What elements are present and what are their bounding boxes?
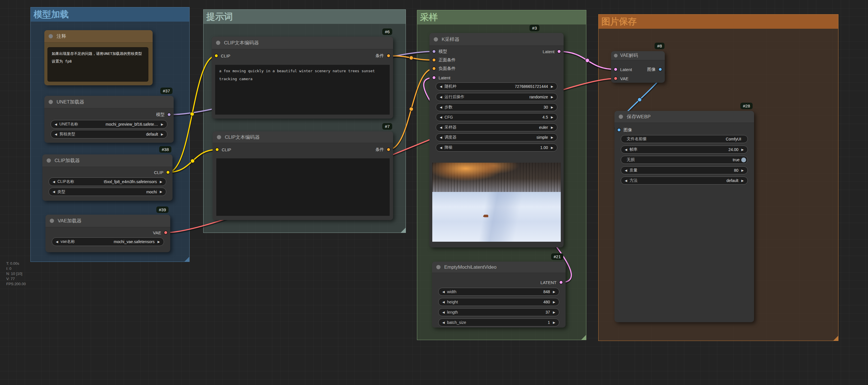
prompt-textarea[interactable] [216,158,390,216]
control-after-generate-widget[interactable]: ◀ 运行后操作 randomize ▶ [436,93,557,101]
steps-widget[interactable]: ◀ 步数 30 ▶ [436,103,557,111]
decrement-arrow-icon[interactable]: ◀ [438,106,443,109]
increment-arrow-icon[interactable]: ▶ [160,132,164,136]
lossless-toggle-icon[interactable] [741,157,746,162]
increment-arrow-icon[interactable]: ▶ [552,321,557,324]
denoise-widget[interactable]: ◀ 降噪 1.00 ▶ [436,144,557,152]
width-widget[interactable]: ◀ width 848 ▶ [438,288,559,296]
collapse-dot-icon[interactable] [49,100,53,104]
conditioning-output-port[interactable] [386,148,391,152]
decrement-arrow-icon[interactable]: ◀ [52,190,56,194]
weight-dtype-widget[interactable]: ◀ 剪枝类型 default ▶ [51,130,167,139]
model-output-port[interactable] [167,113,171,117]
collapse-dot-icon[interactable] [49,34,53,38]
clip-output-port[interactable] [166,170,170,174]
filename-prefix-widget[interactable]: 文件名前缀 ComfyUI [621,135,748,143]
increment-arrow-icon[interactable]: ▶ [156,240,161,244]
unet-name-widget[interactable]: ◀ UNET名称 mochi_preview_bf16.safete… ▶ [51,120,167,128]
decrement-arrow-icon[interactable]: ◀ [55,240,59,244]
node-ksampler[interactable]: #3 K采样器 模型 正面条件 负面条件 Latent Latent ◀ 随机种… [430,33,564,247]
model-input-port[interactable] [432,50,436,54]
collapse-dot-icon[interactable] [619,115,623,119]
increment-arrow-icon[interactable]: ▶ [160,123,164,126]
collapse-dot-icon[interactable] [46,158,51,162]
length-widget[interactable]: ◀ length 37 ▶ [438,308,559,316]
increment-arrow-icon[interactable]: ▶ [550,106,555,109]
group-image-save-header[interactable]: 图片保存 [598,14,838,29]
increment-arrow-icon[interactable]: ▶ [740,148,745,152]
clip-type-widget[interactable]: ◀ 类型 mochi ▶ [49,188,166,196]
decrement-arrow-icon[interactable]: ◀ [441,321,446,324]
height-widget[interactable]: ◀ height 480 ▶ [438,298,559,306]
vae-name-widget[interactable]: ◀ vae名称 mochi_vae.safetensors ▶ [52,237,164,246]
collapse-dot-icon[interactable] [50,219,54,223]
decrement-arrow-icon[interactable]: ◀ [624,169,628,172]
scheduler-widget[interactable]: ◀ 调度器 simple ▶ [436,134,557,141]
collapse-dot-icon[interactable] [614,54,618,57]
latent-input-port[interactable] [432,76,436,80]
negative-conditioning-input-port[interactable] [432,66,436,70]
node-empty-mochi-latent-video[interactable]: #21 EmptyMochiLatentVideo LATENT ◀ width… [432,262,566,328]
vae-input-port[interactable] [614,77,618,81]
increment-arrow-icon[interactable]: ▶ [550,95,555,99]
node-save-webp[interactable]: #28 保存WEBP 图像 文件名前缀 ComfyUI ◀ 帧率 24.00 ▶… [615,111,754,322]
positive-conditioning-input-port[interactable] [432,58,436,62]
decrement-arrow-icon[interactable]: ◀ [624,148,628,152]
collapse-dot-icon[interactable] [216,41,220,45]
collapse-dot-icon[interactable] [436,265,440,269]
decrement-arrow-icon[interactable]: ◀ [441,300,446,304]
method-widget[interactable]: ◀ 方法 default ▶ [621,177,748,184]
latent-output-port[interactable] [559,280,563,284]
conditioning-output-port[interactable] [386,54,391,58]
group-model-load-header[interactable]: 模型加载 [31,7,189,22]
prompt-textarea[interactable]: a fox moving quickly in a beautiful wint… [215,65,390,115]
decrement-arrow-icon[interactable]: ◀ [441,310,446,314]
node-clip-text-encode-negative[interactable]: #7 CLIP文本编码器 CLIP 条件 [213,131,393,220]
decrement-arrow-icon[interactable]: ◀ [52,180,56,184]
image-input-port[interactable] [617,128,621,132]
decrement-arrow-icon[interactable]: ◀ [438,126,443,129]
increment-arrow-icon[interactable]: ▶ [550,115,555,119]
increment-arrow-icon[interactable]: ▶ [159,190,163,194]
latent-input-port[interactable] [614,67,618,71]
latent-output-port[interactable] [557,50,561,54]
increment-arrow-icon[interactable]: ▶ [159,180,163,184]
decrement-arrow-icon[interactable]: ◀ [438,136,443,139]
increment-arrow-icon[interactable]: ▶ [550,126,555,129]
decrement-arrow-icon[interactable]: ◀ [441,290,446,294]
increment-arrow-icon[interactable]: ▶ [550,136,555,139]
decrement-arrow-icon[interactable]: ◀ [54,132,58,136]
node-vae-loader[interactable]: #39 VAE加载器 VAE ◀ vae名称 mochi_vae.safeten… [45,215,170,252]
collapse-dot-icon[interactable] [434,37,438,41]
node-vae-decode[interactable]: #8 VAE解码 Latent VAE 图像 [611,51,665,83]
decrement-arrow-icon[interactable]: ◀ [438,146,443,150]
node-clip-text-encode-positive[interactable]: #6 CLIP文本编码器 CLIP 条件 a fox moving quickl… [212,37,393,119]
group-sampling-header[interactable]: 采样 [417,10,586,25]
quality-widget[interactable]: ◀ 质量 80 ▶ [621,166,748,174]
decrement-arrow-icon[interactable]: ◀ [54,123,58,126]
increment-arrow-icon[interactable]: ▶ [740,169,745,172]
vae-output-port[interactable] [164,231,168,235]
decrement-arrow-icon[interactable]: ◀ [438,85,443,88]
increment-arrow-icon[interactable]: ▶ [552,310,557,314]
note-text[interactable]: 如果出现显存不足的问题，请将UNET加载器的剪枝类型设置为 fp8 [48,47,148,82]
collapse-dot-icon[interactable] [217,135,221,139]
image-output-port[interactable] [658,67,662,71]
clip-name-widget[interactable]: ◀ CLIP名称 t5xxl_fp8_e4m3fn.safetensors ▶ [49,177,166,186]
group-prompt-header[interactable]: 提示词 [204,10,406,24]
fps-widget[interactable]: ◀ 帧率 24.00 ▶ [621,146,748,153]
increment-arrow-icon[interactable]: ▶ [740,179,745,182]
lossless-widget[interactable]: 无损 true [621,156,748,164]
clip-input-port[interactable] [215,148,219,152]
batch-size-widget[interactable]: ◀ batch_size 1 ▶ [438,319,559,326]
increment-arrow-icon[interactable]: ▶ [552,290,557,294]
decrement-arrow-icon[interactable]: ◀ [438,95,443,99]
decrement-arrow-icon[interactable]: ◀ [624,179,628,182]
seed-widget[interactable]: ◀ 随机种 727686651721444 ▶ [436,83,557,90]
comfyui-graph-canvas[interactable]: { "icons": { "arrow_left": "◀", "arrow_r… [0,0,868,385]
node-unet-loader[interactable]: #37 UNET加载器 模型 ◀ UNET名称 mochi_preview_bf… [44,96,174,143]
sampler-name-widget[interactable]: ◀ 采样器 euler ▶ [436,123,557,131]
increment-arrow-icon[interactable]: ▶ [550,85,555,88]
node-clip-loader[interactable]: #38 CLIP加载器 CLIP ◀ CLIP名称 t5xxl_fp8_e4m3… [42,154,173,201]
increment-arrow-icon[interactable]: ▶ [552,300,557,304]
